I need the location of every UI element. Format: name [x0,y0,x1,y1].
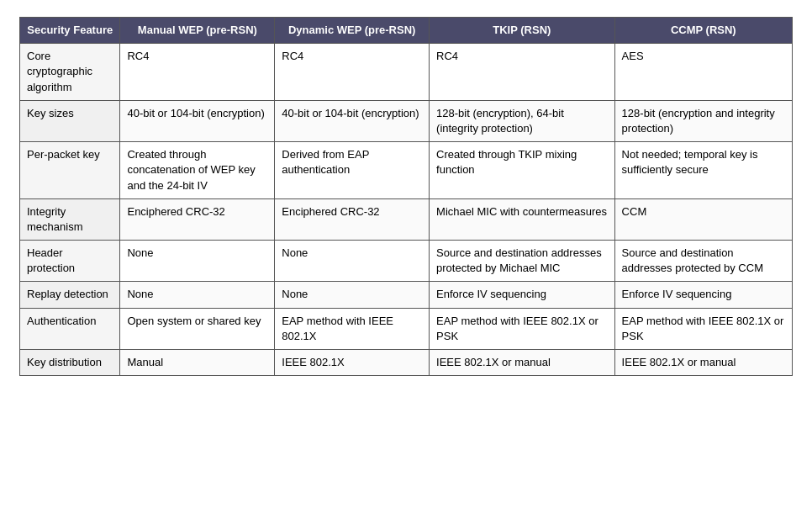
table-row: Integrity mechanismEnciphered CRC-32Enci… [20,198,793,240]
cell-row7-col2: IEEE 802.1X [275,350,430,376]
cell-row6-col2: EAP method with IEEE 802.1X [275,308,430,349]
cell-row2-col2: Derived from EAP authentication [275,142,430,199]
cell-row7-col1: Manual [120,350,275,376]
cell-row3-col2: Enciphered CRC-32 [275,198,430,240]
cell-row1-col1: 40-bit or 104-bit (encryption) [120,100,275,141]
cell-row4-col4: Source and destination addresses protect… [614,241,792,282]
table-row: AuthenticationOpen system or shared keyE… [20,308,793,349]
table-header-row: Security Feature Manual WEP (pre-RSN) Dy… [20,18,793,44]
cell-row5-col0: Replay detection [20,282,120,308]
cell-row5-col2: None [275,282,430,308]
cell-row7-col4: IEEE 802.1X or manual [614,350,792,376]
cell-row5-col1: None [120,282,275,308]
cell-row3-col1: Enciphered CRC-32 [120,198,275,240]
table-row: Key sizes40-bit or 104-bit (encryption)4… [20,100,793,141]
table-row: Core cryptographic algorithmRC4RC4RC4AES [20,44,793,101]
cell-row4-col2: None [275,241,430,282]
table-row: Per-packet keyCreated through concatenat… [20,142,793,199]
cell-row4-col0: Header protection [20,241,120,282]
table-row: Key distributionManualIEEE 802.1XIEEE 80… [20,350,793,376]
cell-row4-col3: Source and destination addresses protect… [430,241,615,282]
cell-row5-col3: Enforce IV sequencing [430,282,615,308]
cell-row6-col3: EAP method with IEEE 802.1X or PSK [430,308,615,349]
cell-row6-col4: EAP method with IEEE 802.1X or PSK [614,308,792,349]
cell-row7-col3: IEEE 802.1X or manual [430,350,615,376]
cell-row6-col0: Authentication [20,308,120,349]
cell-row0-col4: AES [614,44,792,101]
cell-row1-col2: 40-bit or 104-bit (encryption) [275,100,430,141]
security-comparison-table: Security Feature Manual WEP (pre-RSN) Dy… [19,17,793,376]
cell-row0-col0: Core cryptographic algorithm [20,44,120,101]
cell-row2-col3: Created through TKIP mixing function [430,142,615,199]
table-row: Replay detectionNoneNoneEnforce IV seque… [20,282,793,308]
cell-row1-col0: Key sizes [20,100,120,141]
cell-row0-col3: RC4 [430,44,615,101]
comparison-table-wrapper: Security Feature Manual WEP (pre-RSN) Dy… [19,17,793,376]
cell-row3-col3: Michael MIC with countermeasures [430,198,615,240]
cell-row7-col0: Key distribution [20,350,120,376]
cell-row2-col1: Created through concatenation of WEP key… [120,142,275,199]
cell-row0-col2: RC4 [275,44,430,101]
cell-row2-col4: Not needed; temporal key is sufficiently… [614,142,792,199]
cell-row1-col3: 128-bit (encryption), 64-bit (integrity … [430,100,615,141]
cell-row5-col4: Enforce IV sequencing [614,282,792,308]
header-tkip: TKIP (RSN) [430,18,615,44]
header-ccmp: CCMP (RSN) [614,18,792,44]
cell-row3-col4: CCM [614,198,792,240]
header-security-feature: Security Feature [20,18,120,44]
table-row: Header protectionNoneNoneSource and dest… [20,241,793,282]
cell-row0-col1: RC4 [120,44,275,101]
cell-row6-col1: Open system or shared key [120,308,275,349]
header-dynamic-wep: Dynamic WEP (pre-RSN) [275,18,430,44]
cell-row3-col0: Integrity mechanism [20,198,120,240]
cell-row4-col1: None [120,241,275,282]
cell-row1-col4: 128-bit (encryption and integrity protec… [614,100,792,141]
header-manual-wep: Manual WEP (pre-RSN) [120,18,275,44]
cell-row2-col0: Per-packet key [20,142,120,199]
